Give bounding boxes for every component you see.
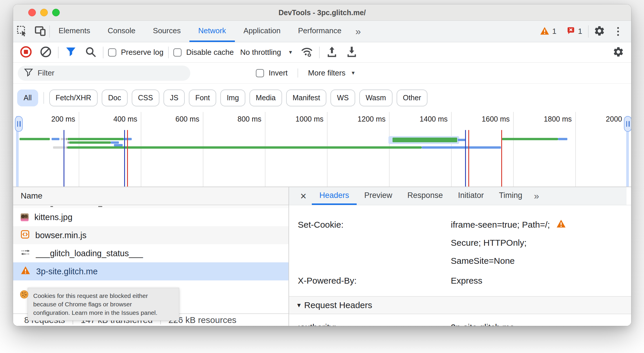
- device-toolbar-icon: [34, 25, 46, 38]
- device-toolbar-button[interactable]: [31, 21, 49, 42]
- record-network-log-button[interactable]: [18, 45, 34, 60]
- search-button[interactable]: [83, 45, 98, 60]
- inspect-cursor-icon: [16, 25, 28, 38]
- image-thumbnail: [21, 213, 29, 221]
- xhr-icon: [21, 248, 30, 259]
- time-tick-label: 1800 ms: [517, 115, 572, 124]
- grid-line: [327, 112, 328, 187]
- filter-toggle-button[interactable]: [63, 45, 78, 60]
- tab-response[interactable]: Response: [400, 187, 451, 205]
- errors-indicator[interactable]: 1: [562, 27, 586, 36]
- tab-network[interactable]: Network: [189, 21, 235, 42]
- tab-application[interactable]: Application: [235, 21, 289, 42]
- resource-type-filter-row: All Fetch/XHR Doc CSS JS Font Img Media …: [13, 84, 631, 112]
- waterfall-bar: [458, 139, 466, 141]
- chip-js[interactable]: JS: [163, 89, 185, 106]
- header-value: Express: [451, 276, 482, 286]
- load-event-marker: [501, 130, 502, 187]
- close-icon: ×: [300, 190, 306, 202]
- disable-cache-label: Disable cache: [186, 48, 234, 57]
- chip-other[interactable]: Other: [397, 89, 428, 106]
- network-overview-timeline[interactable]: 200 ms400 ms600 ms800 ms1000 ms1200 ms14…: [13, 112, 631, 187]
- time-tick-label: 1000 ms: [269, 115, 323, 124]
- network-panel-body: Name kittens.jpg bowser.min.js: [13, 187, 631, 326]
- block-icon: [40, 46, 52, 59]
- filter-input[interactable]: Filter: [18, 66, 190, 81]
- cookie-blocked-tooltip: Cookies for this request are blocked eit…: [28, 288, 179, 321]
- disable-cache-checkbox[interactable]: [173, 48, 182, 57]
- more-filters-dropdown[interactable]: More filters ▼: [298, 69, 356, 78]
- network-conditions-button[interactable]: [299, 45, 314, 60]
- invert-checkbox[interactable]: [256, 69, 264, 77]
- divider: [43, 92, 44, 104]
- tab-sources[interactable]: Sources: [144, 21, 189, 42]
- clear-network-log-button[interactable]: [38, 45, 53, 60]
- kebab-menu-icon: [617, 27, 619, 29]
- timeline-right-handle[interactable]: [624, 116, 631, 132]
- time-tick-label: 400 ms: [82, 115, 137, 124]
- chevron-double-icon: »: [356, 26, 361, 37]
- more-details-tabs-button[interactable]: »: [530, 187, 543, 205]
- request-row-glitch-loading-status[interactable]: ___glitch_loading_status___: [13, 244, 288, 262]
- chip-ws[interactable]: WS: [330, 89, 355, 106]
- domcontentloaded-marker: [124, 130, 125, 187]
- more-tabs-button[interactable]: »: [350, 21, 366, 42]
- search-icon: [85, 46, 96, 59]
- chip-font[interactable]: Font: [189, 89, 216, 106]
- tab-initiator[interactable]: Initiator: [451, 187, 492, 205]
- waterfall-bar: [66, 138, 67, 140]
- time-tick-label: 1600 ms: [455, 115, 510, 124]
- grid-line: [203, 112, 203, 187]
- header-value: Secure; HTTPOnly;: [451, 238, 527, 248]
- cookie-warning-icon[interactable]: [556, 219, 566, 230]
- tab-preview[interactable]: Preview: [357, 187, 400, 205]
- close-details-button[interactable]: ×: [295, 187, 312, 205]
- export-har-button[interactable]: [344, 45, 359, 60]
- import-har-button[interactable]: [324, 45, 339, 60]
- request-headers-section[interactable]: ▼ Request Headers: [289, 296, 631, 314]
- waterfall-bar: [68, 146, 422, 149]
- settings-button[interactable]: [590, 25, 608, 38]
- preserve-log-checkbox[interactable]: [108, 48, 116, 57]
- grid-line: [575, 112, 576, 187]
- domcontentloaded-marker: [465, 130, 466, 187]
- chip-img[interactable]: Img: [220, 89, 245, 106]
- error-count: 1: [578, 27, 582, 36]
- timeline-left-handle[interactable]: [15, 116, 23, 132]
- warnings-indicator[interactable]: 1: [536, 27, 560, 36]
- chip-doc[interactable]: Doc: [102, 89, 127, 106]
- name-column-header[interactable]: Name: [13, 187, 288, 205]
- tab-console[interactable]: Console: [99, 21, 144, 42]
- caret-down-icon: ▼: [351, 70, 356, 76]
- header-row-authority: :authority: 3p-site.glitch.me: [289, 318, 631, 326]
- chip-media[interactable]: Media: [249, 89, 282, 106]
- chip-all[interactable]: All: [17, 89, 38, 106]
- tab-performance[interactable]: Performance: [289, 21, 350, 42]
- network-settings-button[interactable]: [611, 45, 626, 60]
- chip-manifest[interactable]: Manifest: [286, 89, 326, 106]
- tab-timing[interactable]: Timing: [491, 187, 530, 205]
- chip-css[interactable]: CSS: [132, 89, 159, 106]
- waterfall-bar: [52, 138, 59, 140]
- chip-fetch-xhr[interactable]: Fetch/XHR: [49, 89, 98, 106]
- waterfall-bar: [114, 144, 123, 146]
- divider: [168, 47, 169, 58]
- request-row-bowser[interactable]: bowser.min.js: [13, 226, 288, 244]
- waterfall-bar: [69, 141, 111, 144]
- customize-devtools-button[interactable]: [610, 24, 626, 39]
- tab-elements[interactable]: Elements: [50, 21, 99, 42]
- caret-down-icon: ▼: [288, 50, 293, 55]
- warning-icon: [21, 266, 30, 277]
- divider: [58, 47, 59, 58]
- invert-filter[interactable]: Invert: [256, 69, 288, 78]
- request-row-3p-site[interactable]: 3p-site.glitch.me: [13, 262, 288, 280]
- more-filters-label: More filters: [308, 69, 346, 78]
- throttling-dropdown[interactable]: No throttling ▼: [238, 48, 295, 57]
- time-tick-label: 1400 ms: [393, 115, 448, 124]
- header-name: :authority:: [298, 318, 451, 326]
- request-row-kittens[interactable]: kittens.jpg: [13, 208, 288, 226]
- record-icon: [20, 46, 32, 59]
- tab-headers[interactable]: Headers: [312, 187, 357, 205]
- chip-wasm[interactable]: Wasm: [359, 89, 393, 106]
- inspect-element-button[interactable]: [13, 21, 31, 42]
